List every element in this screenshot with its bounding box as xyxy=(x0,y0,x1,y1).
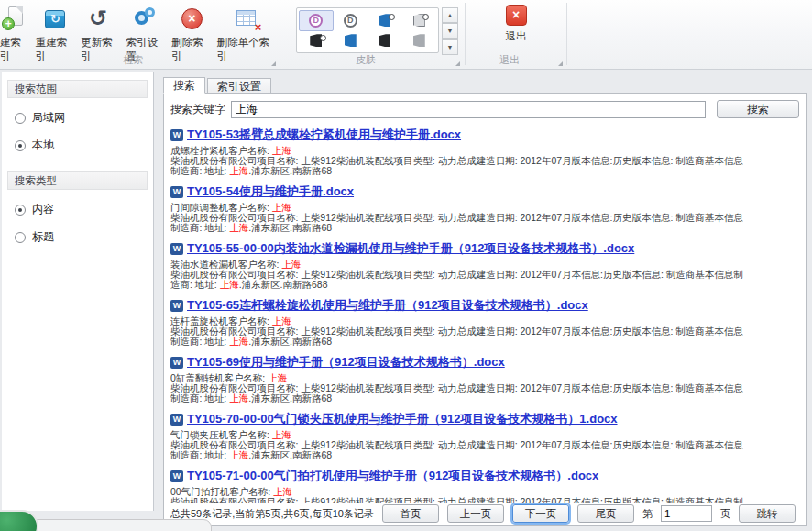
search-result-item: W TY105-54使用与维护手册.docx 门间隙调整机客户名称: 上海柴油机… xyxy=(170,183,799,233)
result-lines: 连杆盖旋松机客户名称: 上海柴油机股份有限公司项目名称: 上柴912柴油机装配线… xyxy=(170,316,799,347)
group-corner-arrow xyxy=(271,61,276,66)
skin-gallery: D D xyxy=(296,7,439,53)
result-description: 制造商: 地址: 上海.浦东新区.南新路68 xyxy=(170,166,799,176)
tab-strip: 搜索 索引设置 xyxy=(163,77,273,94)
results-list: W TY105-53摇臂总成螺栓拧紧机使用与维护手册.docx 成螺栓拧紧机客户… xyxy=(170,127,799,526)
word-icon: W xyxy=(170,243,183,255)
search-keyword-input[interactable] xyxy=(231,101,706,118)
ribbon-group-search: + 建索引 ↻ 重建索引 ↺ 更新索引 索引设置 × 删除索引 xyxy=(0,0,280,69)
result-description: 造商: 地址: 上海.浦东新区.南新路688 xyxy=(170,280,799,290)
radio-icon-selected[interactable] xyxy=(15,140,26,151)
gallery-scroll-up-icon[interactable]: ▲ xyxy=(442,7,458,23)
result-link[interactable]: TY105-54使用与维护手册.docx xyxy=(187,183,354,200)
result-description: 制造商: 地址: 上海.浦东新区.南新路68 xyxy=(170,223,799,233)
ribbon-group-exit: × 退出 退出 xyxy=(466,0,566,69)
result-description: 制造商: 地址: 上海.浦东新区.南新路68 xyxy=(170,450,799,460)
result-description: 制造商: 地址: 上海.浦东新区.南新路68 xyxy=(170,393,799,404)
ribbon-separator xyxy=(566,3,567,65)
exit-button[interactable]: × 退出 xyxy=(491,5,541,43)
rebuild-index-icon: ↻ xyxy=(41,6,69,33)
last-page-button[interactable]: 尾页 xyxy=(577,504,634,523)
group-corner-arrow xyxy=(558,61,563,66)
skin-office-black[interactable] xyxy=(368,31,402,51)
result-link[interactable]: TY105-53摇臂总成螺栓拧紧机使用与维护手册.docx xyxy=(187,127,461,143)
skin-office-black-clock[interactable] xyxy=(299,31,334,51)
radio-label: 标题 xyxy=(32,229,54,245)
result-lines: 气门锁夹压机客户名称: 上海柴油机股份有限公司项目名称: 上柴912柴油机装配线… xyxy=(170,430,799,460)
word-icon: W xyxy=(170,470,183,482)
delete-single-index-icon: × xyxy=(233,6,260,33)
page-suffix-label: 页 xyxy=(720,507,730,521)
exit-label: 退出 xyxy=(506,29,527,43)
floating-panel xyxy=(16,519,212,531)
radio-option-local[interactable]: 本地 xyxy=(15,138,153,153)
word-icon: W xyxy=(170,129,183,141)
search-result-item: W TY105-70-00-00气门锁夹压机使用与维护手册（912项目设备技术规… xyxy=(170,411,799,460)
radio-option-lan[interactable]: 局域网 xyxy=(15,110,153,126)
radio-label: 内容 xyxy=(32,202,54,217)
app-window: + 建索引 ↻ 重建索引 ↺ 更新索引 索引设置 × 删除索引 xyxy=(0,0,812,531)
group-label-exit: 退出 xyxy=(466,53,554,67)
highlight-term: 上海 xyxy=(220,279,239,290)
group-label-skin: 皮肤 xyxy=(280,53,451,67)
skin-office-light-clock[interactable] xyxy=(402,10,437,31)
highlight-term: 上海 xyxy=(229,165,248,176)
page-number-input[interactable] xyxy=(661,505,712,522)
result-lines: 0缸盖翻转机客户名称: 上海柴油机股份有限公司项目名称: 上柴912柴油机装配线… xyxy=(170,373,799,404)
search-keyword-label: 搜索关键字 xyxy=(170,102,225,117)
word-icon: W xyxy=(170,357,183,369)
search-result-item: W TY105-53摇臂总成螺栓拧紧机使用与维护手册.docx 成螺栓拧紧机客户… xyxy=(170,127,799,176)
next-page-button[interactable]: 下一页 xyxy=(512,504,569,523)
index-settings-icon xyxy=(132,6,159,33)
word-icon: W xyxy=(170,300,183,312)
update-index-icon: ↺ xyxy=(87,6,115,33)
new-index-icon: + xyxy=(1,6,28,33)
skin-office-gray[interactable] xyxy=(402,31,437,51)
radio-label: 局域网 xyxy=(32,110,65,126)
result-lines: 成螺栓拧紧机客户名称: 上海柴油机股份有限公司项目名称: 上柴912柴油机装配线… xyxy=(170,146,799,176)
skin-office-blue-clock[interactable] xyxy=(368,10,402,31)
tab-search[interactable]: 搜索 xyxy=(163,77,205,94)
group-corner-arrow xyxy=(455,61,460,66)
delete-index-icon: × xyxy=(178,6,205,33)
result-link[interactable]: TY105-70-00-00气门锁夹压机使用与维护手册（912项目设备技术规格书… xyxy=(187,411,618,427)
highlight-term: 上海 xyxy=(229,449,248,460)
radio-option-title[interactable]: 标题 xyxy=(15,229,153,245)
floating-green-button[interactable] xyxy=(0,510,38,531)
result-link[interactable]: TY105-65连杆螺栓旋松机使用与维护手册（912项目设备技术规格书）.doc… xyxy=(187,297,588,314)
gallery-scroll: ▲ ▼ ▼ xyxy=(442,7,458,53)
ribbon-group-skin: D D ▲ ▼ ▼ 皮肤 xyxy=(280,0,464,69)
tab-index-settings[interactable]: 索引设置 xyxy=(207,78,271,94)
word-icon: W xyxy=(170,414,183,426)
prev-page-button[interactable]: 上一页 xyxy=(447,504,504,523)
radio-option-content[interactable]: 内容 xyxy=(15,202,153,217)
search-tab-page: 搜索关键字 搜索 W TY105-53摇臂总成螺栓拧紧机使用与维护手册.docx… xyxy=(163,93,807,526)
result-description: 制造商: 地址: 上海.浦东新区.南新路68 xyxy=(170,337,799,347)
first-page-button[interactable]: 首页 xyxy=(382,504,439,523)
result-link[interactable]: TY105-55-00-00内装油水道检漏机使用与维护手册（912项目设备技术规… xyxy=(187,240,634,257)
page-prefix-label: 第 xyxy=(642,507,653,521)
sidebar-group-search-type: 搜索类型 xyxy=(7,171,148,190)
skin-office-blue[interactable] xyxy=(334,31,368,51)
search-result-item: W TY105-65连杆螺栓旋松机使用与维护手册（912项目设备技术规格书）.d… xyxy=(170,297,799,347)
result-link[interactable]: TY105-69使用与维护手册（912项目设备技术规格书）.docx xyxy=(187,354,505,371)
search-button[interactable]: 搜索 xyxy=(717,100,799,118)
highlight-term: 上海 xyxy=(229,222,248,233)
highlight-term: 上海 xyxy=(229,336,248,347)
search-result-item: W TY105-69使用与维护手册（912项目设备技术规格书）.docx 0缸盖… xyxy=(170,354,799,404)
exit-icon: × xyxy=(506,5,527,26)
radio-icon[interactable] xyxy=(15,232,26,243)
radio-icon[interactable] xyxy=(15,113,26,124)
ribbon: + 建索引 ↻ 重建索引 ↺ 更新索引 索引设置 × 删除索引 xyxy=(0,0,812,70)
search-result-item: W TY105-72使用与维护手册（912项目设备技术规格书）.docx xyxy=(170,525,799,526)
search-result-item: W TY105-55-00-00内装油水道检漏机使用与维护手册（912项目设备技… xyxy=(170,240,799,290)
result-lines: 门间隙调整机客户名称: 上海柴油机股份有限公司项目名称: 上柴912柴油机装配线… xyxy=(170,203,799,233)
result-link[interactable]: TY105-71-00-00气门拍打机使用与维护手册（912项目设备技术规格书）… xyxy=(187,468,598,484)
gallery-scroll-down-icon[interactable]: ▼ xyxy=(442,23,458,39)
result-link[interactable]: TY105-72使用与维护手册（912项目设备技术规格书）.docx xyxy=(187,525,505,526)
go-to-page-button[interactable]: 跳转 xyxy=(739,504,796,523)
group-label-search: 检索 xyxy=(0,53,267,67)
skin-devexpress-dark[interactable]: D xyxy=(334,10,368,31)
radio-icon-selected[interactable] xyxy=(15,205,26,216)
skin-devexpress-purple[interactable]: D xyxy=(299,10,334,31)
